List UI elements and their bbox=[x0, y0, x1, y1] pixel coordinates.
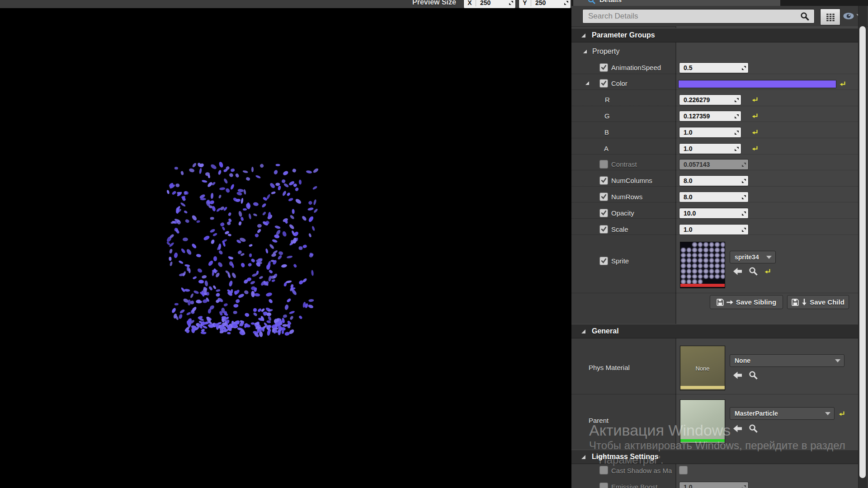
separator bbox=[571, 394, 858, 394]
panel-scrollbar[interactable] bbox=[858, 6, 867, 488]
tab-details-label: Details bbox=[599, 0, 622, 4]
spinner-icon[interactable] bbox=[741, 195, 746, 200]
category-general-label: General bbox=[592, 327, 619, 335]
particle-preview-viewport[interactable] bbox=[0, 8, 571, 488]
spinner-icon bbox=[741, 485, 746, 488]
color-b-reset-icon[interactable] bbox=[751, 129, 758, 136]
animationspeed-label: AnimationSpeed bbox=[611, 64, 661, 71]
parent-reset-icon[interactable] bbox=[838, 410, 845, 417]
phys-material-thumbnail[interactable]: None bbox=[680, 346, 725, 390]
save-child-button[interactable]: Save Child bbox=[787, 295, 849, 309]
color-r-field[interactable]: 0.226279 bbox=[679, 94, 741, 105]
preview-size-y-input[interactable]: Y 250 bbox=[519, 0, 571, 9]
sprite-thumbnail-red-bar bbox=[680, 284, 725, 287]
scale-override-checkbox[interactable] bbox=[599, 225, 608, 234]
numcolumns-label: NumColumns bbox=[611, 177, 652, 184]
parent-label: Parent bbox=[589, 417, 609, 424]
parent-thumbnail[interactable] bbox=[680, 399, 725, 443]
color-g-reset-icon[interactable] bbox=[751, 113, 758, 119]
search-row bbox=[571, 6, 868, 27]
animationspeed-field[interactable]: 0.5 bbox=[679, 62, 749, 73]
expander-triangle-icon bbox=[581, 33, 585, 38]
phys-material-use-selected-icon[interactable] bbox=[733, 371, 742, 379]
scrollbar-thumb[interactable] bbox=[859, 26, 866, 478]
scale-field[interactable]: 1.0 bbox=[679, 224, 749, 235]
parent-use-selected-icon[interactable] bbox=[733, 425, 742, 432]
details-panel: Details bbox=[571, 0, 868, 488]
search-input[interactable] bbox=[582, 9, 815, 23]
numcolumns-field[interactable]: 8.0 bbox=[679, 175, 749, 186]
contrast-label: Contrast bbox=[611, 160, 637, 168]
spinner-icon[interactable] bbox=[741, 178, 746, 183]
phys-material-browse-icon[interactable] bbox=[749, 371, 758, 380]
chevron-down-icon bbox=[766, 256, 772, 259]
spinner-icon[interactable] bbox=[734, 98, 739, 103]
color-b-field[interactable]: 1.0 bbox=[679, 127, 741, 138]
category-general[interactable]: General bbox=[571, 324, 858, 338]
phys-material-thumb-label: None bbox=[680, 365, 725, 372]
spinner-icon[interactable] bbox=[741, 66, 746, 70]
search-icon bbox=[800, 12, 810, 21]
category-parameter-groups[interactable]: Parameter Groups bbox=[571, 28, 858, 42]
numcolumns-override-checkbox[interactable] bbox=[599, 176, 608, 185]
spinner-icon[interactable] bbox=[741, 227, 746, 232]
animationspeed-override-checkbox[interactable] bbox=[599, 63, 608, 72]
category-lightmass-settings[interactable]: Lightmass Settings bbox=[571, 450, 858, 464]
sprite-reset-icon[interactable] bbox=[764, 268, 771, 275]
parent-browse-icon[interactable] bbox=[749, 424, 758, 433]
preview-size-x-input[interactable]: X 250 bbox=[463, 0, 516, 9]
color-expander-triangle-icon[interactable] bbox=[585, 81, 589, 85]
sprite-override-checkbox[interactable] bbox=[599, 257, 608, 265]
view-options-button[interactable] bbox=[842, 11, 855, 20]
numrows-field[interactable]: 8.0 bbox=[679, 192, 749, 202]
group-property-label: Property bbox=[592, 47, 619, 56]
group-property[interactable]: Property bbox=[571, 45, 675, 58]
color-reset-icon[interactable] bbox=[839, 80, 846, 87]
cast-shadow-override-checkbox[interactable] bbox=[599, 466, 608, 474]
particle-cloud bbox=[0, 8, 571, 488]
opacity-override-checkbox[interactable] bbox=[599, 209, 608, 217]
checkmark-icon bbox=[601, 194, 607, 200]
opacity-field[interactable]: 10.0 bbox=[679, 208, 749, 219]
save-sibling-button[interactable]: Save Sibling bbox=[710, 295, 783, 309]
eye-icon bbox=[842, 12, 855, 20]
spinner-icon[interactable] bbox=[741, 211, 746, 216]
sprite-browse-icon[interactable] bbox=[749, 267, 758, 276]
contrast-override-checkbox[interactable] bbox=[599, 160, 608, 169]
expander-triangle-icon bbox=[583, 50, 587, 53]
sprite-use-selected-icon[interactable] bbox=[733, 267, 742, 275]
phys-material-thumb-bar bbox=[680, 386, 725, 389]
phys-material-label: Phys Material bbox=[589, 364, 630, 371]
emissive-boost-label: Emissive Boost bbox=[611, 483, 658, 488]
spinner-icon[interactable] bbox=[734, 130, 739, 135]
color-override-checkbox[interactable] bbox=[599, 79, 608, 88]
numrows-override-checkbox[interactable] bbox=[599, 192, 608, 201]
sprite-asset-dropdown[interactable]: sprite34 bbox=[730, 251, 776, 263]
preview-size-label: Preview Size bbox=[412, 0, 456, 6]
spinner-icon[interactable] bbox=[561, 0, 571, 5]
preview-size-bar: Preview Size X 250 Y 250 bbox=[0, 0, 571, 9]
spinner-icon[interactable] bbox=[734, 146, 739, 151]
emissive-boost-override-checkbox[interactable] bbox=[599, 483, 608, 488]
property-matrix-button[interactable] bbox=[820, 9, 840, 25]
parent-dropdown[interactable]: MasterParticle bbox=[730, 407, 835, 420]
opacity-label: Opacity bbox=[611, 209, 634, 217]
color-g-field[interactable]: 0.127359 bbox=[679, 111, 741, 122]
preview-size-y-value[interactable]: 250 bbox=[531, 0, 561, 6]
spinner-icon[interactable] bbox=[734, 114, 739, 119]
color-g-label: G bbox=[604, 112, 610, 120]
color-a-field[interactable]: 1.0 bbox=[679, 143, 741, 154]
tab-details[interactable]: Details bbox=[573, 0, 780, 6]
unreal-material-instance-editor: Preview Size X 250 Y 250 bbox=[0, 0, 868, 488]
color-r-reset-icon[interactable] bbox=[751, 96, 758, 103]
sprite-texture-thumbnail[interactable] bbox=[680, 242, 725, 288]
preview-size-x-value[interactable]: 250 bbox=[476, 0, 506, 6]
color-swatch[interactable] bbox=[678, 80, 836, 88]
color-b-label: B bbox=[604, 128, 609, 136]
parent-thumb-bar bbox=[680, 439, 725, 442]
spinner-icon[interactable] bbox=[506, 0, 515, 5]
cast-shadow-value-checkbox[interactable] bbox=[679, 466, 688, 474]
sprite-thumbnail-grid bbox=[680, 242, 725, 285]
color-a-reset-icon[interactable] bbox=[751, 145, 758, 152]
phys-material-dropdown[interactable]: None bbox=[730, 354, 844, 367]
